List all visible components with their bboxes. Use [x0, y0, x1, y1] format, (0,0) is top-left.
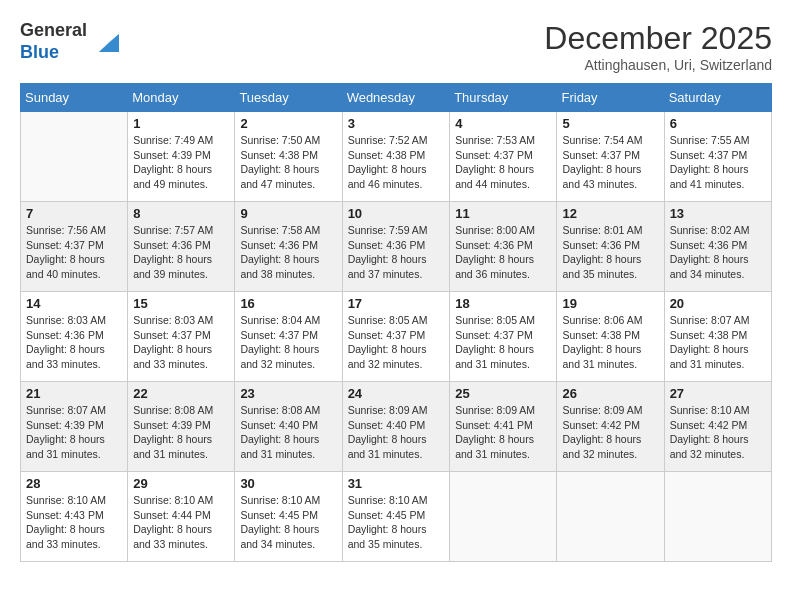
day-number: 21	[26, 386, 122, 401]
week-row-5: 28Sunrise: 8:10 AMSunset: 4:43 PMDayligh…	[21, 472, 772, 562]
day-info: Sunrise: 7:54 AMSunset: 4:37 PMDaylight:…	[562, 133, 658, 192]
calendar-table: SundayMondayTuesdayWednesdayThursdayFrid…	[20, 83, 772, 562]
calendar-cell: 11Sunrise: 8:00 AMSunset: 4:36 PMDayligh…	[450, 202, 557, 292]
calendar-body: 1Sunrise: 7:49 AMSunset: 4:39 PMDaylight…	[21, 112, 772, 562]
calendar-cell	[664, 472, 771, 562]
calendar-cell: 25Sunrise: 8:09 AMSunset: 4:41 PMDayligh…	[450, 382, 557, 472]
day-number: 23	[240, 386, 336, 401]
day-info: Sunrise: 7:56 AMSunset: 4:37 PMDaylight:…	[26, 223, 122, 282]
day-info: Sunrise: 8:10 AMSunset: 4:42 PMDaylight:…	[670, 403, 766, 462]
day-number: 13	[670, 206, 766, 221]
calendar-cell: 30Sunrise: 8:10 AMSunset: 4:45 PMDayligh…	[235, 472, 342, 562]
calendar-cell: 24Sunrise: 8:09 AMSunset: 4:40 PMDayligh…	[342, 382, 450, 472]
day-info: Sunrise: 8:00 AMSunset: 4:36 PMDaylight:…	[455, 223, 551, 282]
calendar-cell: 13Sunrise: 8:02 AMSunset: 4:36 PMDayligh…	[664, 202, 771, 292]
calendar-header: SundayMondayTuesdayWednesdayThursdayFrid…	[21, 84, 772, 112]
day-number: 3	[348, 116, 445, 131]
calendar-cell: 15Sunrise: 8:03 AMSunset: 4:37 PMDayligh…	[128, 292, 235, 382]
day-number: 25	[455, 386, 551, 401]
day-info: Sunrise: 8:05 AMSunset: 4:37 PMDaylight:…	[348, 313, 445, 372]
calendar-cell: 22Sunrise: 8:08 AMSunset: 4:39 PMDayligh…	[128, 382, 235, 472]
month-title: December 2025	[544, 20, 772, 57]
day-number: 10	[348, 206, 445, 221]
day-number: 11	[455, 206, 551, 221]
day-number: 29	[133, 476, 229, 491]
calendar-cell: 7Sunrise: 7:56 AMSunset: 4:37 PMDaylight…	[21, 202, 128, 292]
day-info: Sunrise: 7:59 AMSunset: 4:36 PMDaylight:…	[348, 223, 445, 282]
page-header: General Blue December 2025 Attinghausen,…	[20, 20, 772, 73]
logo-general: General	[20, 20, 87, 40]
day-info: Sunrise: 7:55 AMSunset: 4:37 PMDaylight:…	[670, 133, 766, 192]
calendar-cell: 18Sunrise: 8:05 AMSunset: 4:37 PMDayligh…	[450, 292, 557, 382]
week-row-4: 21Sunrise: 8:07 AMSunset: 4:39 PMDayligh…	[21, 382, 772, 472]
calendar-cell: 10Sunrise: 7:59 AMSunset: 4:36 PMDayligh…	[342, 202, 450, 292]
day-number: 30	[240, 476, 336, 491]
day-info: Sunrise: 8:07 AMSunset: 4:39 PMDaylight:…	[26, 403, 122, 462]
day-number: 14	[26, 296, 122, 311]
day-info: Sunrise: 8:09 AMSunset: 4:40 PMDaylight:…	[348, 403, 445, 462]
location-subtitle: Attinghausen, Uri, Switzerland	[544, 57, 772, 73]
day-number: 17	[348, 296, 445, 311]
svg-marker-1	[99, 34, 119, 52]
day-number: 8	[133, 206, 229, 221]
calendar-cell: 12Sunrise: 8:01 AMSunset: 4:36 PMDayligh…	[557, 202, 664, 292]
day-number: 18	[455, 296, 551, 311]
logo-blue: Blue	[20, 42, 59, 62]
day-number: 9	[240, 206, 336, 221]
day-info: Sunrise: 8:10 AMSunset: 4:44 PMDaylight:…	[133, 493, 229, 552]
logo-icon	[91, 28, 119, 56]
week-row-3: 14Sunrise: 8:03 AMSunset: 4:36 PMDayligh…	[21, 292, 772, 382]
day-info: Sunrise: 7:49 AMSunset: 4:39 PMDaylight:…	[133, 133, 229, 192]
day-info: Sunrise: 7:50 AMSunset: 4:38 PMDaylight:…	[240, 133, 336, 192]
day-info: Sunrise: 8:03 AMSunset: 4:36 PMDaylight:…	[26, 313, 122, 372]
header-cell-tuesday: Tuesday	[235, 84, 342, 112]
day-number: 27	[670, 386, 766, 401]
header-cell-wednesday: Wednesday	[342, 84, 450, 112]
day-info: Sunrise: 8:07 AMSunset: 4:38 PMDaylight:…	[670, 313, 766, 372]
header-cell-friday: Friday	[557, 84, 664, 112]
day-info: Sunrise: 8:03 AMSunset: 4:37 PMDaylight:…	[133, 313, 229, 372]
day-info: Sunrise: 7:53 AMSunset: 4:37 PMDaylight:…	[455, 133, 551, 192]
day-number: 5	[562, 116, 658, 131]
day-number: 6	[670, 116, 766, 131]
header-row: SundayMondayTuesdayWednesdayThursdayFrid…	[21, 84, 772, 112]
logo-text: General Blue	[20, 20, 87, 63]
calendar-cell: 4Sunrise: 7:53 AMSunset: 4:37 PMDaylight…	[450, 112, 557, 202]
day-info: Sunrise: 8:10 AMSunset: 4:43 PMDaylight:…	[26, 493, 122, 552]
calendar-cell: 1Sunrise: 7:49 AMSunset: 4:39 PMDaylight…	[128, 112, 235, 202]
day-number: 7	[26, 206, 122, 221]
calendar-cell	[450, 472, 557, 562]
day-info: Sunrise: 8:09 AMSunset: 4:42 PMDaylight:…	[562, 403, 658, 462]
day-number: 19	[562, 296, 658, 311]
day-info: Sunrise: 8:01 AMSunset: 4:36 PMDaylight:…	[562, 223, 658, 282]
day-number: 1	[133, 116, 229, 131]
day-info: Sunrise: 7:52 AMSunset: 4:38 PMDaylight:…	[348, 133, 445, 192]
calendar-cell: 16Sunrise: 8:04 AMSunset: 4:37 PMDayligh…	[235, 292, 342, 382]
calendar-cell	[21, 112, 128, 202]
day-number: 31	[348, 476, 445, 491]
calendar-cell: 9Sunrise: 7:58 AMSunset: 4:36 PMDaylight…	[235, 202, 342, 292]
logo: General Blue	[20, 20, 119, 63]
week-row-1: 1Sunrise: 7:49 AMSunset: 4:39 PMDaylight…	[21, 112, 772, 202]
calendar-cell: 6Sunrise: 7:55 AMSunset: 4:37 PMDaylight…	[664, 112, 771, 202]
day-number: 2	[240, 116, 336, 131]
calendar-cell: 8Sunrise: 7:57 AMSunset: 4:36 PMDaylight…	[128, 202, 235, 292]
day-info: Sunrise: 8:02 AMSunset: 4:36 PMDaylight:…	[670, 223, 766, 282]
day-info: Sunrise: 8:09 AMSunset: 4:41 PMDaylight:…	[455, 403, 551, 462]
calendar-cell: 28Sunrise: 8:10 AMSunset: 4:43 PMDayligh…	[21, 472, 128, 562]
day-number: 16	[240, 296, 336, 311]
header-cell-sunday: Sunday	[21, 84, 128, 112]
day-number: 20	[670, 296, 766, 311]
day-info: Sunrise: 8:06 AMSunset: 4:38 PMDaylight:…	[562, 313, 658, 372]
calendar-cell: 20Sunrise: 8:07 AMSunset: 4:38 PMDayligh…	[664, 292, 771, 382]
calendar-cell: 14Sunrise: 8:03 AMSunset: 4:36 PMDayligh…	[21, 292, 128, 382]
day-number: 15	[133, 296, 229, 311]
calendar-cell: 31Sunrise: 8:10 AMSunset: 4:45 PMDayligh…	[342, 472, 450, 562]
day-info: Sunrise: 8:08 AMSunset: 4:39 PMDaylight:…	[133, 403, 229, 462]
header-cell-thursday: Thursday	[450, 84, 557, 112]
day-number: 26	[562, 386, 658, 401]
calendar-cell: 26Sunrise: 8:09 AMSunset: 4:42 PMDayligh…	[557, 382, 664, 472]
week-row-2: 7Sunrise: 7:56 AMSunset: 4:37 PMDaylight…	[21, 202, 772, 292]
day-number: 24	[348, 386, 445, 401]
title-area: December 2025 Attinghausen, Uri, Switzer…	[544, 20, 772, 73]
